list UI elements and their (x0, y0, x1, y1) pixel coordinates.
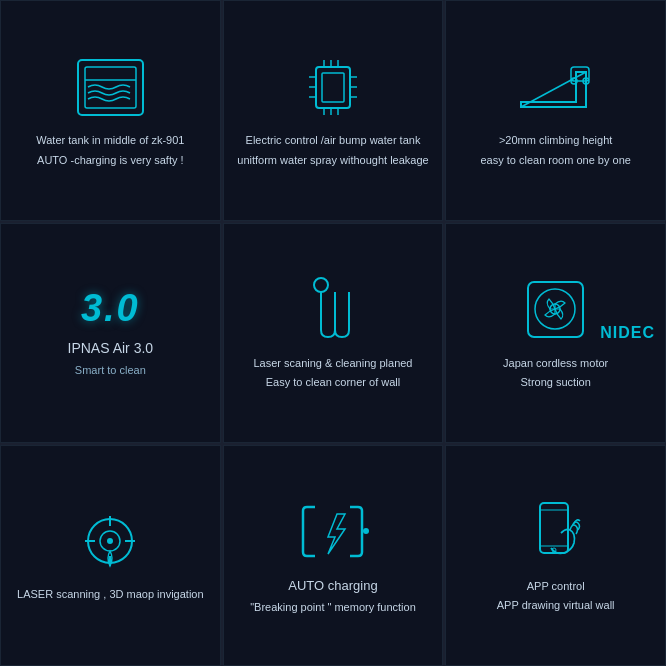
svg-point-32 (107, 538, 113, 544)
charging-text: AUTO charging "Breaking point " memory f… (250, 576, 416, 615)
ramp-icon (516, 52, 596, 122)
cell-version: 3.0 IPNAS Air 3.0 Smart to clean (0, 223, 221, 444)
svg-point-22 (314, 278, 328, 292)
cell-water-tank: Water tank in middle of zk-901 AUTO -cha… (0, 0, 221, 221)
water-tank-icon (70, 52, 150, 122)
ramp-text: >20mm climbing height easy to clean room… (480, 132, 630, 168)
svg-marker-33 (328, 514, 345, 554)
cell-ramp: >20mm climbing height easy to clean room… (445, 0, 666, 221)
cell-laser: LASER scanning , 3D maop invigation (0, 445, 221, 666)
motor-text: Japan cordless motor Strong suction (503, 355, 608, 391)
cell-mop: Laser scaning & cleaning planed Easy to … (223, 223, 444, 444)
svg-rect-0 (78, 60, 143, 115)
cell-charging: AUTO charging "Breaking point " memory f… (223, 445, 444, 666)
mop-text: Laser scaning & cleaning planed Easy to … (253, 355, 412, 391)
svg-rect-1 (85, 67, 136, 108)
fan-icon (516, 275, 596, 345)
cell-motor: Japan cordless motor Strong suction NIDE… (445, 223, 666, 444)
app-text: APP control APP drawing virtual wall (497, 578, 615, 614)
chip-icon (293, 52, 373, 122)
nidec-badge: NIDEC (600, 324, 655, 342)
cell-app: APP control APP drawing virtual wall (445, 445, 666, 666)
laser-text: LASER scanning , 3D maop invigation (17, 586, 204, 606)
water-tank-text: Water tank in middle of zk-901 AUTO -cha… (36, 132, 184, 168)
feature-grid: Water tank in middle of zk-901 AUTO -cha… (0, 0, 666, 666)
cell-chip: Electric control /air bump water tank un… (223, 0, 444, 221)
charging-icon (293, 496, 373, 566)
svg-rect-4 (322, 73, 344, 102)
mop-icon (293, 275, 373, 345)
laser-icon (70, 506, 150, 576)
version-number: 3.0 (81, 287, 140, 330)
chip-text: Electric control /air bump water tank un… (237, 132, 428, 168)
phone-icon (516, 498, 596, 568)
svg-point-34 (363, 528, 369, 534)
version-text: IPNAS Air 3.0 Smart to clean (68, 338, 154, 379)
